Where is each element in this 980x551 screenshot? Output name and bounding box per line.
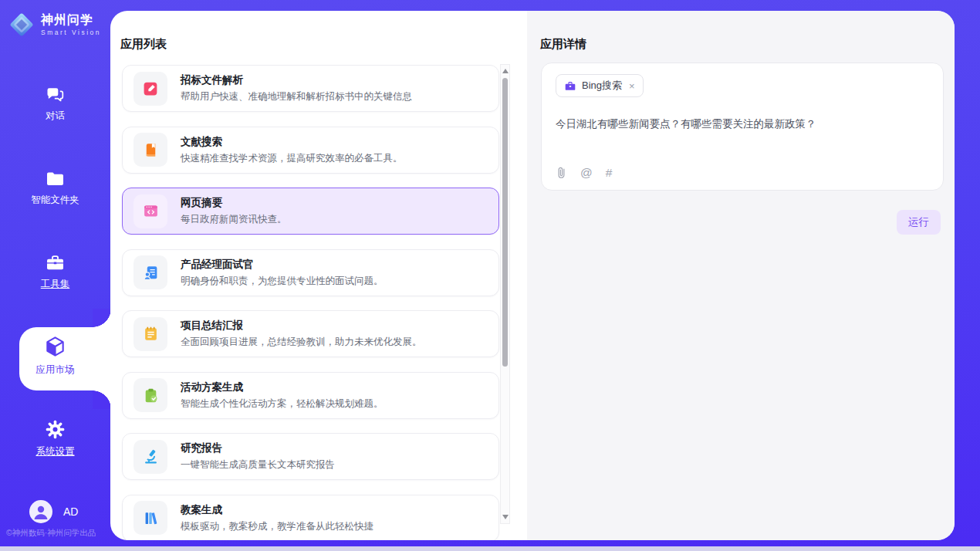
app-icon-box bbox=[133, 501, 167, 535]
user-account[interactable]: AD bbox=[29, 500, 78, 523]
app-description: 模板驱动，教案秒成，教学准备从此轻松快捷 bbox=[181, 520, 373, 533]
sidebar-item-chat[interactable]: 对话 bbox=[0, 85, 110, 123]
app-card-pm-interviewer[interactable]: 产品经理面试官 明确身份和职责，为您提供专业性的面试问题。 bbox=[122, 249, 499, 296]
app-description: 全面回顾项目进展，总结经验教训，助力未来优化发展。 bbox=[181, 336, 422, 349]
sidebar-item-settings[interactable]: 系统设置 bbox=[0, 419, 110, 458]
user-initials: AD bbox=[63, 505, 78, 518]
chip-close-icon[interactable]: × bbox=[629, 80, 635, 92]
app-name: 招标文件解析 bbox=[181, 73, 412, 87]
sidebar: 神州问学 Smart Vision 对话 智能文件夹 工具 bbox=[0, 0, 110, 551]
app-name: 网页摘要 bbox=[181, 196, 287, 210]
run-button[interactable]: 运行 bbox=[897, 210, 941, 235]
brand-name: 神州问学 bbox=[41, 13, 101, 27]
app-list-pane: 应用列表 招标文件解析 帮助用户快速、准确地理解和解析招标书中的关键信息 bbox=[110, 11, 527, 540]
scrollbar-thumb[interactable] bbox=[502, 78, 508, 367]
tool-chip-label: Bing搜索 bbox=[582, 79, 622, 93]
clipboard-check-icon bbox=[142, 387, 160, 404]
interview-icon bbox=[142, 264, 160, 282]
paperclip-icon[interactable] bbox=[556, 166, 567, 179]
app-name: 研究报告 bbox=[181, 441, 335, 455]
sidebar-item-label: 智能文件夹 bbox=[31, 194, 79, 207]
app-description: 帮助用户快速、准确地理解和解析招标书中的关键信息 bbox=[181, 90, 412, 103]
mention-at-icon[interactable]: @ bbox=[580, 167, 593, 179]
app-icon-box bbox=[133, 194, 167, 228]
app-card-lesson-plan[interactable]: 教案生成 模板驱动，教案秒成，教学准备从此轻松快捷 bbox=[122, 495, 499, 541]
app-icon-box bbox=[133, 440, 167, 474]
app-icon-box bbox=[133, 317, 167, 351]
app-icon-box bbox=[133, 72, 167, 106]
app-description: 每日政府新闻资讯快查。 bbox=[181, 213, 287, 226]
app-card-event-plan[interactable]: 活动方案生成 智能生成个性化活动方案，轻松解决规划难题。 bbox=[122, 372, 499, 419]
sidebar-item-label: 对话 bbox=[46, 110, 65, 123]
app-name: 项目总结汇报 bbox=[181, 319, 422, 333]
cube-icon bbox=[44, 335, 66, 358]
main-panel: 应用列表 招标文件解析 帮助用户快速、准确地理解和解析招标书中的关键信息 bbox=[110, 11, 955, 540]
app-name: 教案生成 bbox=[181, 503, 373, 517]
window-bottom-edge bbox=[0, 546, 980, 551]
app-card-list: 招标文件解析 帮助用户快速、准确地理解和解析招标书中的关键信息 文献搜索 bbox=[122, 65, 499, 540]
sidebar-item-toolset[interactable]: 工具集 bbox=[0, 253, 110, 291]
edit-square-icon bbox=[142, 79, 160, 97]
scroll-up-arrow-icon[interactable] bbox=[502, 69, 509, 73]
app-description: 一键智能生成高质量长文本研究报告 bbox=[181, 458, 335, 472]
chat-icon bbox=[45, 85, 66, 104]
app-name: 产品经理面试官 bbox=[181, 258, 384, 272]
hashtag-icon[interactable]: # bbox=[606, 167, 613, 179]
app-description: 明确身份和职责，为您提供专业性的面试问题。 bbox=[181, 275, 384, 288]
brand-diamond-icon bbox=[8, 11, 35, 39]
prompt-input-card[interactable]: Bing搜索 × 今日湖北有哪些新闻要点？有哪些需要关注的最新政策？ @ # bbox=[541, 63, 944, 191]
app-description: 快速精准查找学术资源，提高研究效率的必备工具。 bbox=[181, 152, 403, 165]
app-name: 活动方案生成 bbox=[181, 380, 384, 394]
app-list-title: 应用列表 bbox=[120, 37, 167, 52]
books-icon bbox=[142, 509, 160, 527]
browser-code-icon bbox=[142, 202, 160, 220]
sidebar-item-label: 工具集 bbox=[41, 278, 70, 291]
app-icon-box bbox=[133, 378, 167, 412]
brand-subtitle: Smart Vision bbox=[41, 29, 101, 36]
sidebar-item-label: 应用市场 bbox=[36, 363, 75, 377]
app-card-bid-parsing[interactable]: 招标文件解析 帮助用户快速、准确地理解和解析招标书中的关键信息 bbox=[122, 65, 499, 112]
app-card-literature-search[interactable]: 文献搜索 快速精准查找学术资源，提高研究效率的必备工具。 bbox=[122, 127, 499, 174]
scroll-down-arrow-icon[interactable] bbox=[502, 515, 509, 519]
sidebar-item-app-market[interactable]: 应用市场 bbox=[0, 335, 110, 377]
app-icon-box bbox=[133, 255, 167, 289]
app-detail-pane: 应用详情 Bing搜索 × 今日湖北有哪些新闻要点？有哪些需要关注的最新政策？ bbox=[527, 11, 955, 540]
attachment-toolbar: @ # bbox=[556, 166, 612, 179]
memo-icon bbox=[142, 325, 160, 343]
sidebar-item-smart-folder[interactable]: 智能文件夹 bbox=[0, 170, 110, 207]
app-name: 文献搜索 bbox=[181, 135, 403, 149]
app-icon-box bbox=[133, 133, 167, 167]
app-description: 智能生成个性化活动方案，轻松解决规划难题。 bbox=[181, 397, 384, 411]
app-detail-title: 应用详情 bbox=[540, 37, 586, 52]
folder-icon bbox=[45, 170, 66, 188]
app-window: 神州问学 Smart Vision 对话 智能文件夹 工具 bbox=[0, 0, 980, 551]
toolbox-icon bbox=[45, 253, 66, 272]
brand-logo: 神州问学 Smart Vision bbox=[8, 11, 101, 39]
tool-chip-bing-search[interactable]: Bing搜索 × bbox=[556, 74, 644, 97]
app-card-web-summary[interactable]: 网页摘要 每日政府新闻资讯快查。 bbox=[122, 188, 499, 235]
sidebar-item-label: 系统设置 bbox=[36, 445, 75, 458]
query-text-input[interactable]: 今日湖北有哪些新闻要点？有哪些需要关注的最新政策？ bbox=[556, 117, 926, 131]
app-card-project-summary[interactable]: 项目总结汇报 全面回顾项目进展，总结经验教训，助力未来优化发展。 bbox=[122, 310, 499, 357]
microscope-icon bbox=[142, 448, 160, 465]
book-icon bbox=[142, 141, 160, 159]
copyright-text: ©神州数码·神州问学出品 bbox=[6, 528, 110, 539]
gear-icon bbox=[45, 419, 66, 440]
briefcase-icon bbox=[564, 80, 576, 92]
list-scrollbar[interactable] bbox=[500, 64, 510, 524]
app-card-research-report[interactable]: 研究报告 一键智能生成高质量长文本研究报告 bbox=[122, 433, 499, 480]
avatar bbox=[29, 500, 52, 523]
